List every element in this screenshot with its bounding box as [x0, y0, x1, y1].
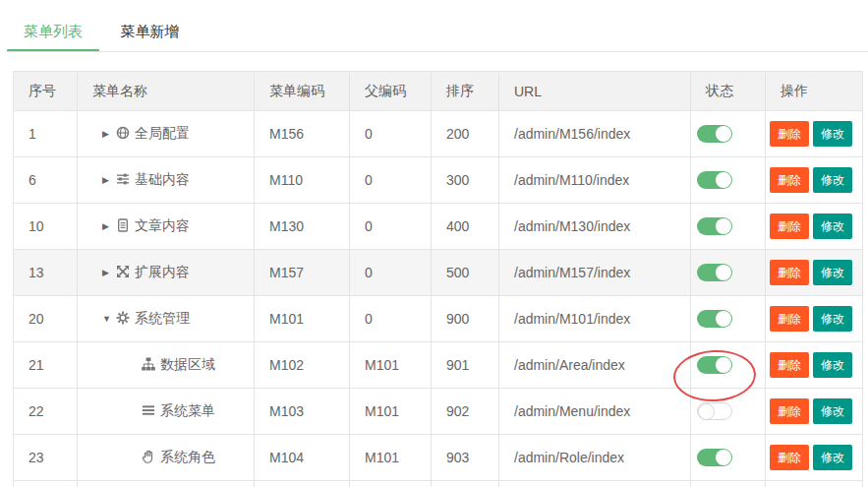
- sort-cell: 200: [432, 111, 499, 157]
- menu-name-label: 全局配置: [135, 125, 190, 141]
- url-cell: /admin/M101/index: [499, 296, 691, 342]
- sitemap-icon: [142, 357, 155, 374]
- menu-code-cell: M104: [255, 435, 350, 481]
- serial-cell: 13: [14, 250, 78, 296]
- actions-cell: 删除修改: [766, 250, 863, 296]
- delete-button[interactable]: 删除: [770, 306, 809, 332]
- menu-code-cell: M110: [255, 157, 350, 204]
- sort-cell: 500: [432, 250, 499, 296]
- status-cell: [691, 389, 766, 435]
- gear-icon: [116, 311, 130, 328]
- status-cell: [691, 296, 766, 342]
- sort-cell: 900: [432, 296, 499, 342]
- delete-button[interactable]: 删除: [770, 352, 809, 378]
- col-header-url: URL: [499, 72, 691, 111]
- actions-cell: 删除修改: [766, 296, 863, 342]
- menu-name-label: 系统菜单: [160, 402, 215, 418]
- menu-name-cell: ▼系统管理: [78, 296, 255, 342]
- edit-button[interactable]: 修改: [813, 306, 852, 332]
- parent-code-cell: 0: [350, 157, 432, 204]
- serial-cell: 1: [14, 111, 78, 157]
- delete-button[interactable]: 删除: [770, 445, 809, 470]
- table-row: 1▶全局配置M1560200/admin/M156/index删除修改: [14, 111, 863, 157]
- menu-name-label: 文章内容: [135, 217, 190, 233]
- edit-button[interactable]: 修改: [813, 213, 852, 239]
- status-cell: [691, 250, 766, 296]
- status-cell: [691, 204, 766, 250]
- caret-down-icon[interactable]: ▼: [102, 314, 116, 324]
- menu-name-cell: 系统角色: [78, 435, 255, 481]
- col-header-serial: 序号: [14, 72, 78, 111]
- sort-cell: 904: [432, 481, 499, 487]
- table-row: 13▶扩展内容M1570500/admin/M157/index删除修改: [14, 250, 863, 296]
- status-cell: [691, 481, 766, 487]
- menu-name-cell: ▶文章内容: [78, 204, 255, 250]
- tab-menu-add[interactable]: 菜单新增: [103, 15, 196, 52]
- serial-cell: 24: [14, 481, 78, 487]
- status-toggle[interactable]: [697, 125, 732, 143]
- delete-button[interactable]: 删除: [770, 260, 809, 285]
- edit-button[interactable]: 修改: [813, 398, 852, 424]
- table-row: 20▼系统管理M1010900/admin/M101/index删除修改: [14, 296, 863, 342]
- parent-code-cell: M101: [350, 389, 432, 435]
- serial-cell: 10: [14, 204, 78, 250]
- status-toggle[interactable]: [697, 264, 732, 281]
- status-toggle[interactable]: [697, 449, 732, 466]
- parent-code-cell: 0: [350, 250, 432, 296]
- list-icon: [142, 403, 155, 420]
- hand-icon: [142, 450, 155, 466]
- col-header-sort: 排序: [432, 72, 499, 111]
- tab-bar-divider: [7, 51, 868, 52]
- parent-code-cell: 0: [350, 111, 432, 157]
- tab-menu-list[interactable]: 菜单列表: [7, 15, 99, 52]
- menu-name-cell: 系统用户: [78, 481, 255, 487]
- caret-right-icon[interactable]: ▶: [102, 221, 116, 231]
- serial-cell: 23: [14, 435, 78, 481]
- actions-cell: 删除修改: [766, 342, 863, 389]
- sort-cell: 903: [432, 435, 499, 481]
- status-toggle[interactable]: [697, 217, 732, 235]
- parent-code-cell: M101: [350, 481, 432, 487]
- status-toggle[interactable]: [697, 356, 732, 374]
- caret-right-icon[interactable]: ▶: [102, 129, 116, 139]
- menu-code-cell: M101: [255, 296, 350, 342]
- status-cell: [691, 111, 766, 157]
- file-text-icon: [116, 218, 130, 235]
- url-cell: /admin/M157/index: [499, 250, 691, 296]
- table-row: 21数据区域M102M101901/admin/Area/index删除修改: [14, 342, 863, 389]
- table-row: 10▶文章内容M1300400/admin/M130/index删除修改: [14, 204, 863, 250]
- edit-button[interactable]: 修改: [813, 167, 852, 193]
- url-cell: /admin/User/index: [499, 481, 691, 487]
- menu-code-cell: M105: [255, 481, 350, 487]
- sort-cell: 400: [432, 204, 499, 250]
- menu-code-cell: M156: [255, 111, 350, 157]
- caret-right-icon[interactable]: ▶: [102, 175, 116, 185]
- table-row: 24系统用户M105M101904/admin/User/index删除修改: [14, 481, 863, 487]
- table-header-row: 序号 菜单名称 菜单编码 父编码 排序 URL 状态 操作: [14, 72, 863, 111]
- menu-name-label: 数据区域: [160, 356, 215, 372]
- parent-code-cell: 0: [350, 296, 432, 342]
- expand-arrows-icon: [116, 265, 130, 281]
- edit-button[interactable]: 修改: [813, 445, 852, 470]
- edit-button[interactable]: 修改: [813, 260, 852, 285]
- tab-menu-list-label: 菜单列表: [24, 23, 83, 39]
- menu-code-cell: M130: [255, 204, 350, 250]
- status-toggle[interactable]: [697, 402, 732, 420]
- col-header-actions: 操作: [766, 72, 863, 111]
- delete-button[interactable]: 删除: [770, 121, 809, 147]
- edit-button[interactable]: 修改: [813, 121, 852, 147]
- menu-name-cell: ▶全局配置: [78, 111, 255, 157]
- delete-button[interactable]: 删除: [770, 398, 809, 424]
- sliders-icon: [116, 172, 130, 189]
- url-cell: /admin/M156/index: [499, 111, 691, 157]
- status-toggle[interactable]: [697, 171, 732, 189]
- caret-right-icon[interactable]: ▶: [102, 268, 116, 277]
- status-toggle[interactable]: [697, 310, 732, 328]
- edit-button[interactable]: 修改: [813, 352, 852, 378]
- delete-button[interactable]: 删除: [770, 167, 809, 193]
- menu-name-label: 系统角色: [160, 449, 215, 464]
- globe-icon: [116, 126, 130, 143]
- menu-name-label: 扩展内容: [135, 264, 190, 279]
- delete-button[interactable]: 删除: [770, 213, 809, 239]
- col-header-status: 状态: [691, 72, 766, 111]
